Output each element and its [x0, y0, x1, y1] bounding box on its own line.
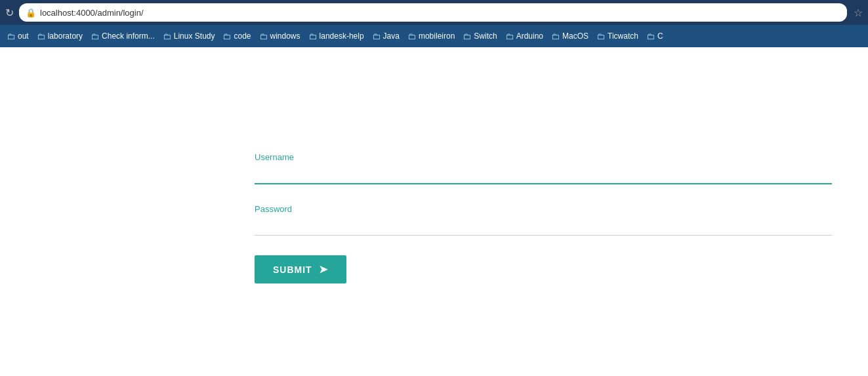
folder-icon-more: 🗀	[646, 31, 655, 41]
folder-icon-ticwatch: 🗀	[596, 31, 605, 41]
folder-icon-linux-study: 🗀	[163, 31, 171, 41]
login-form: Username Password SUBMIT ➤	[255, 152, 845, 283]
folder-icon-laboratory: 🗀	[37, 31, 45, 41]
bookmark-label-linux-study: Linux Study	[174, 31, 215, 41]
bookmark-out[interactable]: 🗀 out	[3, 30, 33, 43]
folder-icon-code: 🗀	[222, 31, 231, 41]
bookmark-macos[interactable]: 🗀 MacOS	[547, 30, 592, 43]
bookmark-linux-study[interactable]: 🗀 Linux Study	[159, 30, 219, 43]
browser-chrome: ↻ 🔒 localhost:4000/admin/login/ ☆ 🗀 out …	[0, 0, 868, 47]
star-icon[interactable]: ☆	[854, 7, 863, 19]
password-input[interactable]	[255, 218, 832, 236]
bookmark-label-mobileiron: mobileiron	[419, 31, 455, 41]
address-bar-container[interactable]: 🔒 localhost:4000/admin/login/	[19, 3, 847, 22]
bookmark-label-java: Java	[383, 31, 400, 41]
folder-icon-arduino: 🗀	[505, 31, 514, 41]
folder-icon-macos: 🗀	[551, 31, 560, 41]
address-bar-row: ↻ 🔒 localhost:4000/admin/login/ ☆	[0, 0, 868, 25]
bookmark-label-arduino: Arduino	[516, 31, 543, 41]
bookmark-label-switch: Switch	[474, 31, 497, 41]
page-content: Username Password SUBMIT ➤	[0, 47, 868, 376]
submit-label: SUBMIT	[273, 264, 312, 275]
bookmark-laboratory[interactable]: 🗀 laboratory	[33, 30, 87, 43]
folder-icon-check-inform: 🗀	[91, 31, 99, 41]
bookmark-check-inform[interactable]: 🗀 Check inform...	[87, 30, 159, 43]
bookmarks-bar: 🗀 out 🗀 laboratory 🗀 Check inform... 🗀 L…	[0, 25, 868, 47]
refresh-icon[interactable]: ↻	[5, 7, 14, 19]
bookmark-code[interactable]: 🗀 code	[218, 30, 255, 43]
bookmark-label-check-inform: Check inform...	[102, 31, 155, 41]
folder-icon-switch: 🗀	[463, 31, 471, 41]
bookmark-ticwatch[interactable]: 🗀 Ticwatch	[592, 30, 642, 43]
bookmark-label-windows: windows	[270, 31, 300, 41]
username-label: Username	[255, 152, 845, 162]
folder-icon-mobileiron: 🗀	[407, 31, 416, 41]
address-bar-text: localhost:4000/admin/login/	[40, 8, 840, 18]
bookmark-label-laboratory: laboratory	[48, 31, 83, 41]
bookmark-label-landesk-help: landesk-help	[320, 31, 364, 41]
bookmark-windows[interactable]: 🗀 windows	[255, 30, 304, 43]
username-group: Username	[255, 152, 845, 184]
bookmark-label-code: code	[234, 31, 251, 41]
folder-icon-out: 🗀	[7, 31, 15, 41]
bookmark-java[interactable]: 🗀 Java	[368, 30, 403, 43]
folder-icon-java: 🗀	[372, 31, 381, 41]
folder-icon-windows: 🗀	[259, 31, 268, 41]
username-input[interactable]	[255, 166, 832, 184]
bookmark-switch[interactable]: 🗀 Switch	[459, 30, 501, 43]
bookmark-label-more: C	[657, 31, 663, 41]
folder-icon-landesk-help: 🗀	[308, 31, 317, 41]
bookmark-arduino[interactable]: 🗀 Arduino	[501, 30, 547, 43]
bookmark-label-ticwatch: Ticwatch	[608, 31, 638, 41]
bookmark-label-out: out	[18, 31, 29, 41]
password-label: Password	[255, 204, 845, 214]
bookmark-more[interactable]: 🗀 C	[642, 30, 667, 43]
submit-arrow-icon: ➤	[319, 263, 328, 276]
bookmark-landesk-help[interactable]: 🗀 landesk-help	[304, 30, 368, 43]
bookmark-mobileiron[interactable]: 🗀 mobileiron	[403, 30, 459, 43]
submit-button[interactable]: SUBMIT ➤	[255, 255, 346, 283]
bookmark-label-macos: MacOS	[562, 31, 589, 41]
lock-icon: 🔒	[26, 8, 36, 18]
password-group: Password	[255, 204, 845, 236]
